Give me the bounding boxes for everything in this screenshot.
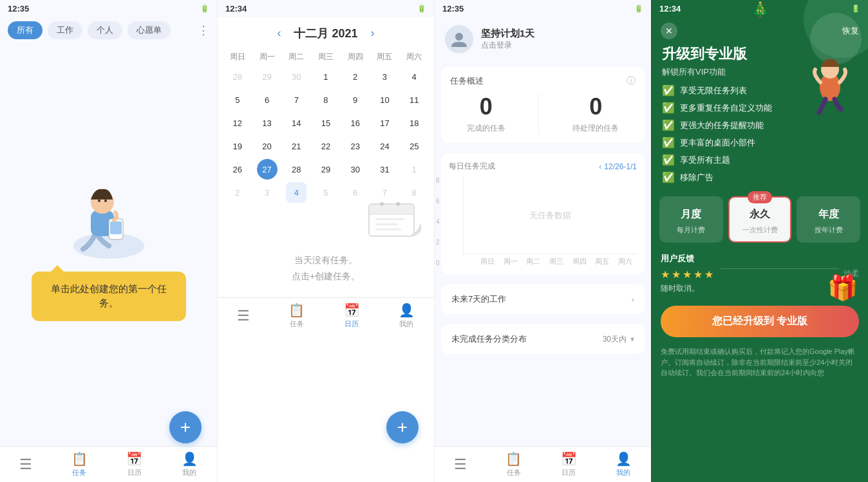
cal-day[interactable]: 20 xyxy=(257,136,278,156)
plan-yearly[interactable]: 年度 按年计费 xyxy=(797,196,860,243)
nav-profile-3[interactable]: 👤 我的 xyxy=(616,451,632,477)
chart-nav[interactable]: ‹ 12/26-1/1 xyxy=(599,162,637,171)
no-task-line1: 当天没有任务。 xyxy=(294,255,357,265)
plan-lifetime-name: 永久 xyxy=(735,208,786,221)
cal-day[interactable]: 9 xyxy=(345,89,366,110)
cal-day[interactable]: 16 xyxy=(345,113,366,133)
nav-tasks-1[interactable]: 📋 任务 xyxy=(71,451,88,477)
cal-day[interactable]: 21 xyxy=(286,136,307,156)
future-work-row[interactable]: 未来7天的工作 › xyxy=(441,284,645,314)
chart-x-labels: 周日周一周二周三周四周五周六 xyxy=(463,257,637,266)
nav-profile-1[interactable]: 👤 我的 xyxy=(182,451,198,477)
nav-tasks-3[interactable]: 📋 任务 xyxy=(505,451,522,477)
cal-day[interactable]: 4 xyxy=(404,66,424,87)
cal-day[interactable]: 3 xyxy=(374,66,395,87)
plan-recommended-badge: 推荐 xyxy=(748,191,772,203)
task-dist-row[interactable]: 未完成任务分类分布 30天内 ▾ xyxy=(441,324,645,354)
weekday-sat: 周六 xyxy=(399,51,429,62)
cal-day[interactable]: 1 xyxy=(404,159,424,180)
plan-monthly[interactable]: 月度 每月计费 xyxy=(659,196,723,243)
cal-day[interactable]: 14 xyxy=(286,113,307,133)
cal-day[interactable]: 25 xyxy=(404,136,424,156)
battery-icon-3: 🔋 xyxy=(634,5,643,13)
cal-day[interactable]: 5 xyxy=(227,89,248,110)
cal-day[interactable]: 8 xyxy=(316,89,336,110)
cal-day[interactable]: 30 xyxy=(345,159,366,180)
cal-day[interactable]: 19 xyxy=(227,136,248,156)
status-icons-1: 🔋 xyxy=(200,5,209,13)
task-illustration: 单击此处创建您的第一个任务。 xyxy=(0,43,217,446)
nav-menu-2[interactable]: ☰ xyxy=(237,308,250,324)
filter-work[interactable]: 工作 xyxy=(48,21,82,39)
create-task-tooltip[interactable]: 单击此处创建您的第一个任务。 xyxy=(32,272,186,321)
cal-day[interactable]: 11 xyxy=(404,89,424,110)
vip-feature-4: ✅ 更丰富的桌面小部件 xyxy=(662,136,858,149)
prev-month-btn[interactable]: ‹ xyxy=(272,24,286,42)
cal-day[interactable]: 18 xyxy=(404,113,424,133)
svg-point-11 xyxy=(380,202,384,206)
nav-calendar-3[interactable]: 📅 日历 xyxy=(561,451,577,477)
plan-lifetime[interactable]: 推荐 永久 一次性计费 xyxy=(728,196,792,243)
cal-day[interactable]: 15 xyxy=(316,113,336,133)
task-dist-period: 30天内 ▾ xyxy=(603,334,634,345)
cal-day[interactable]: 30 xyxy=(286,66,307,87)
cal-day[interactable]: 28 xyxy=(286,159,307,180)
nav-calendar-1[interactable]: 📅 日历 xyxy=(126,451,142,477)
cal-day[interactable]: 31 xyxy=(374,159,395,180)
cal-day[interactable]: 17 xyxy=(374,113,395,133)
cal-day[interactable]: 29 xyxy=(257,66,278,87)
nav-menu-1[interactable]: ☰ xyxy=(19,456,32,473)
cal-day[interactable]: 24 xyxy=(374,136,395,156)
cal-day[interactable]: 28 xyxy=(227,66,248,87)
avatar[interactable] xyxy=(445,25,473,53)
nav-calendar-2[interactable]: 📅 日历 xyxy=(344,302,360,329)
calendar-grid: 周日 周一 周二 周三 周四 周五 周六 28 29 30 1 2 3 4 5 … xyxy=(218,49,434,204)
filter-all[interactable]: 所有 xyxy=(8,21,42,39)
stats-numbers: 0 完成的任务 0 待处理的任务 xyxy=(450,93,636,134)
vip-cta-button[interactable]: 您已经升级到 专业版 xyxy=(661,306,859,337)
overview-title: 任务概述 ⓘ xyxy=(450,75,636,87)
check-icon-4: ✅ xyxy=(662,136,675,149)
cal-day[interactable]: 29 xyxy=(316,159,336,180)
add-task-fab-1[interactable]: + xyxy=(169,411,202,443)
cal-day[interactable]: 6 xyxy=(257,89,278,110)
add-task-fab-2[interactable]: + xyxy=(386,411,419,443)
dropdown-arrow-icon[interactable]: ▾ xyxy=(630,335,634,344)
login-prompt[interactable]: 点击登录 xyxy=(481,40,534,51)
plan-yearly-billing: 按年计费 xyxy=(803,225,854,235)
cal-day[interactable]: 12 xyxy=(227,113,248,133)
check-icon-2: ✅ xyxy=(662,102,675,114)
cal-day[interactable]: 7 xyxy=(286,89,307,110)
nav-profile-label-2: 我的 xyxy=(399,319,413,329)
cal-day[interactable]: 10 xyxy=(374,89,395,110)
cal-day-today[interactable]: 27 xyxy=(257,159,278,180)
jumping-person-svg xyxy=(801,51,859,122)
info-icon[interactable]: ⓘ xyxy=(627,75,636,87)
nav-tasks-2[interactable]: 📋 任务 xyxy=(288,302,305,329)
cal-day[interactable]: 1 xyxy=(316,66,336,87)
cal-day[interactable]: 13 xyxy=(257,113,278,133)
filter-personal[interactable]: 个人 xyxy=(88,21,122,39)
weekday-mon: 周一 xyxy=(252,51,282,62)
more-icon[interactable]: ⋮ xyxy=(198,23,209,37)
person-illustration xyxy=(51,169,167,265)
nav-menu-3[interactable]: ☰ xyxy=(454,456,467,473)
next-month-btn[interactable]: › xyxy=(366,24,380,42)
nav-profile-2[interactable]: 👤 我的 xyxy=(399,302,415,329)
cal-day[interactable]: 26 xyxy=(227,159,248,180)
time-3: 12:35 xyxy=(442,4,464,14)
cal-day[interactable]: 23 xyxy=(345,136,366,156)
calendar-header: ‹ 十二月 2021 › xyxy=(218,17,434,49)
chart-nav-arrow-left[interactable]: ‹ xyxy=(599,162,601,171)
check-icon-1: ✅ xyxy=(662,84,675,97)
filter-wishlist[interactable]: 心愿单 xyxy=(127,21,171,39)
task-overview-section: 任务概述 ⓘ 0 完成的任务 0 待处理的任务 xyxy=(441,66,645,143)
vip-close-button[interactable]: ✕ xyxy=(661,23,677,39)
nav-profile-label-1: 我的 xyxy=(182,468,196,477)
svg-rect-14 xyxy=(375,223,398,225)
cal-day[interactable]: 22 xyxy=(316,136,336,156)
vip-restore-button[interactable]: 恢复 xyxy=(842,25,859,37)
vip-person-illustration xyxy=(801,51,859,122)
nav-tasks-label-2: 任务 xyxy=(290,319,304,329)
cal-day[interactable]: 2 xyxy=(345,66,366,87)
